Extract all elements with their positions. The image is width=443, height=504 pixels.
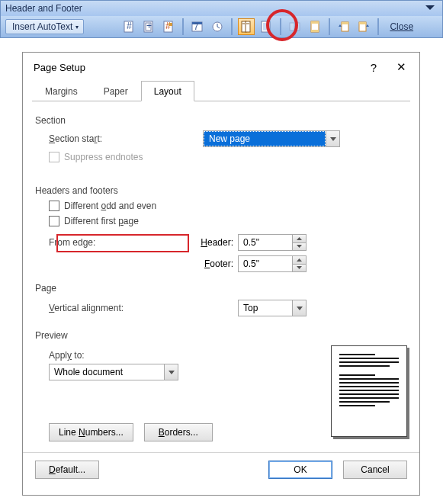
page-number-insert-icon[interactable]: # <box>120 18 137 35</box>
footer-distance-label: Footer: <box>186 258 238 269</box>
header-distance-label: Header: <box>186 237 238 248</box>
svg-text:#: # <box>127 21 132 31</box>
show-hide-document-icon[interactable] <box>258 18 274 35</box>
headers-footers-group-label: Headers and footers <box>35 185 407 196</box>
section-start-label: Section start: <box>35 133 203 144</box>
dialog-close-button[interactable]: ✕ <box>392 60 410 74</box>
apply-to-label: Apply to: <box>35 350 85 361</box>
spin-down-icon[interactable] <box>293 264 306 272</box>
date-insert-icon[interactable]: 7 <box>189 18 206 35</box>
svg-rect-31 <box>359 22 366 24</box>
different-odd-even-label: Different odd and even <box>64 201 156 211</box>
footer-distance-spinner[interactable]: 0.5" <box>238 255 307 272</box>
time-insert-icon[interactable] <box>209 18 226 35</box>
show-previous-icon[interactable] <box>335 18 352 35</box>
ok-button[interactable]: OK <box>268 461 332 479</box>
vertical-alignment-label: Vertical alignment: <box>35 303 238 313</box>
toolbar-options-chevron-icon[interactable] <box>422 2 438 14</box>
dialog-footer: Default... OK Cancel <box>23 452 419 479</box>
svg-marker-29 <box>339 24 342 27</box>
vertical-alignment-dropdown[interactable]: Top <box>238 300 307 316</box>
page-count-insert-icon[interactable]: + <box>140 18 157 35</box>
spin-down-icon[interactable] <box>293 242 306 251</box>
toolbar-close-button[interactable]: Close <box>386 20 417 34</box>
apply-to-value: Whole document <box>50 365 164 379</box>
apply-to-dropdown[interactable]: Whole document <box>49 364 178 380</box>
preview-page-icon <box>331 345 407 437</box>
dialog-title: Page Setup <box>34 62 366 73</box>
svg-marker-0 <box>425 5 435 10</box>
svg-rect-16 <box>246 21 250 32</box>
default-button[interactable]: Default... <box>35 461 99 479</box>
page-group-label: Page <box>35 283 407 294</box>
vertical-alignment-value: Top <box>239 301 292 315</box>
different-first-page-label: Different first page <box>64 216 139 226</box>
section-group-label: Section <box>35 115 407 126</box>
tab-layout[interactable]: Layout <box>141 81 194 101</box>
page-number-format-icon[interactable]: # <box>160 18 177 35</box>
svg-rect-26 <box>311 30 319 32</box>
svg-marker-36 <box>297 258 302 262</box>
from-edge-label: From edge: <box>35 237 186 248</box>
svg-marker-32 <box>366 24 369 27</box>
svg-marker-34 <box>297 237 302 240</box>
spin-up-icon[interactable] <box>293 235 306 242</box>
tab-paper[interactable]: Paper <box>91 81 141 101</box>
different-first-page-checkbox[interactable] <box>49 216 59 226</box>
svg-rect-20 <box>263 23 268 30</box>
tab-margins[interactable]: Margins <box>32 81 91 101</box>
preview-group-label: Preview <box>35 330 407 341</box>
svg-marker-39 <box>169 371 175 374</box>
show-next-icon[interactable] <box>355 18 372 35</box>
insert-autotext-dropdown[interactable]: Insert AutoText ▾ <box>5 19 84 34</box>
toolbar-row: Insert AutoText ▾ # + # 7 <box>1 16 442 37</box>
footer-distance-value: 0.5" <box>239 257 292 271</box>
svg-rect-22 <box>295 23 300 30</box>
switch-header-footer-icon[interactable] <box>307 18 323 35</box>
toolbar-title-row: Header and Footer <box>1 1 442 16</box>
header-distance-spinner[interactable]: 0.5" <box>238 234 307 251</box>
dialog-help-button[interactable]: ? <box>366 61 381 74</box>
svg-rect-28 <box>342 22 348 24</box>
dialog-body: Section Section start: New page Suppress… <box>23 101 419 488</box>
borders-button[interactable]: Borders... <box>144 423 213 441</box>
dialog-titlebar: Page Setup ? ✕ <box>23 53 419 80</box>
insert-autotext-label: Insert AutoText <box>12 21 72 32</box>
svg-text:7: 7 <box>194 21 199 32</box>
svg-rect-25 <box>311 21 319 24</box>
suppress-endnotes-checkbox <box>49 152 59 162</box>
dropdown-chevron-icon[interactable] <box>292 300 306 316</box>
cancel-button[interactable]: Cancel <box>343 461 407 479</box>
toolbar-title: Header and Footer <box>5 3 422 14</box>
spin-up-icon[interactable] <box>293 256 306 264</box>
section-start-value: New page <box>204 131 326 146</box>
svg-rect-21 <box>290 23 294 30</box>
header-footer-toolbar: Header and Footer Insert AutoText ▾ # + … <box>0 0 443 38</box>
header-distance-value: 0.5" <box>239 236 292 249</box>
dialog-tabs: Margins Paper Layout <box>32 80 410 101</box>
different-odd-even-checkbox[interactable] <box>49 201 59 211</box>
dropdown-chevron-icon[interactable] <box>164 364 178 380</box>
page-setup-icon[interactable] <box>238 18 255 35</box>
same-as-previous-icon[interactable] <box>287 18 303 35</box>
caret-down-icon: ▾ <box>75 24 79 30</box>
page-setup-dialog: Page Setup ? ✕ Margins Paper Layout Sect… <box>22 52 420 496</box>
svg-text:+: + <box>146 21 152 31</box>
section-start-dropdown[interactable]: New page <box>203 130 340 147</box>
dropdown-chevron-icon[interactable] <box>326 131 339 146</box>
svg-marker-37 <box>297 266 302 269</box>
svg-marker-35 <box>297 245 302 248</box>
suppress-endnotes-label: Suppress endnotes <box>64 152 143 162</box>
line-numbers-button[interactable]: Line Numbers... <box>49 423 133 441</box>
svg-marker-33 <box>330 137 336 141</box>
svg-rect-8 <box>169 23 172 26</box>
svg-marker-38 <box>297 307 303 310</box>
